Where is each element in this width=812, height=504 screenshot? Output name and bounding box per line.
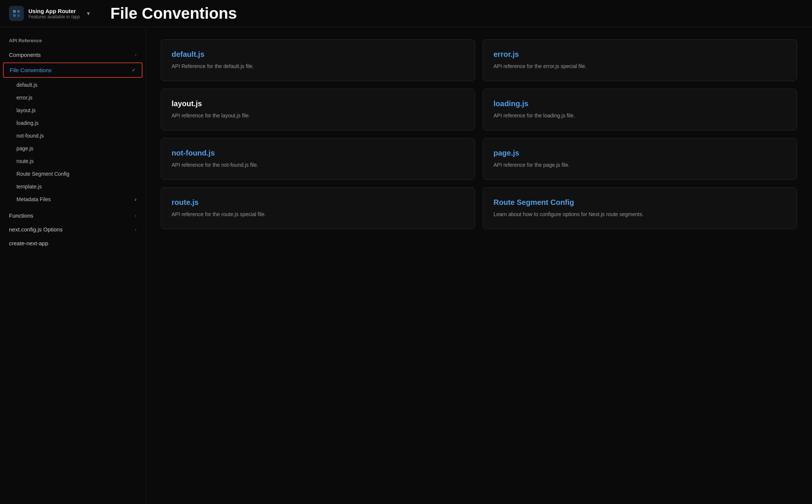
sidebar-sub-item-error-js[interactable]: error.js xyxy=(0,91,145,104)
card-loading-js[interactable]: loading.js API reference for the loading… xyxy=(483,89,797,130)
sidebar-sub-item-page-js[interactable]: page.js xyxy=(0,142,145,155)
card-desc-error-js: API reference for the error.js special f… xyxy=(493,62,786,70)
svg-rect-2 xyxy=(13,14,16,17)
sidebar-sub-item-metadata-files-label: Metadata Files xyxy=(16,196,51,202)
sidebar-item-functions-label: Functions xyxy=(9,212,33,219)
sidebar-sub-item-layout-js-label: layout.js xyxy=(16,107,36,113)
card-layout-js[interactable]: layout.js API reference for the layout.j… xyxy=(161,89,475,130)
card-desc-route-js: API reference for the route.js special f… xyxy=(172,210,464,218)
sidebar-sub-item-loading-js[interactable]: loading.js xyxy=(0,117,145,129)
sidebar-item-create-next-app-label: create-next-app xyxy=(9,240,48,246)
sidebar-sub-item-page-js-label: page.js xyxy=(16,145,33,151)
card-desc-page-js: API reference for the page.js file. xyxy=(493,161,786,169)
card-title-route-js: route.js xyxy=(172,198,464,207)
card-title-default-js: default.js xyxy=(172,50,464,59)
card-page-js[interactable]: page.js API reference for the page.js fi… xyxy=(483,138,797,180)
page-heading: File Conventions xyxy=(110,4,237,22)
chevron-icon: › xyxy=(135,52,136,58)
sidebar-sub-item-default-js[interactable]: default.js xyxy=(0,79,145,91)
sidebar-sub-item-route-js[interactable]: route.js xyxy=(0,155,145,168)
sidebar-sub-item-template-js[interactable]: template.js xyxy=(0,180,145,193)
sidebar-sub-item-layout-js[interactable]: layout.js xyxy=(0,104,145,117)
app-title: Using App Router xyxy=(28,8,80,14)
content-area: default.js API Reference for the default… xyxy=(146,27,812,504)
sidebar-item-components[interactable]: Components › xyxy=(0,48,145,62)
sidebar-item-file-conventions[interactable]: File Conventions ✓ xyxy=(3,62,142,78)
card-title-route-segment-config: Route Segment Config xyxy=(493,198,786,207)
sidebar-item-file-conventions-label: File Conventions xyxy=(10,67,52,73)
sidebar-item-next-config-label: next.config.js Options xyxy=(9,226,62,233)
sidebar-sub-item-loading-js-label: loading.js xyxy=(16,120,39,126)
card-title-not-found-js: not-found.js xyxy=(172,149,464,157)
app-dropdown-arrow[interactable]: ▼ xyxy=(86,10,91,16)
sidebar-item-next-config[interactable]: next.config.js Options › xyxy=(0,222,145,236)
sidebar-sub-item-default-js-label: default.js xyxy=(16,82,37,88)
sidebar-sub-item-route-segment-config[interactable]: Route Segment Config xyxy=(0,168,145,180)
card-route-js[interactable]: route.js API reference for the route.js … xyxy=(161,187,475,229)
sidebar-section-label: API Reference xyxy=(0,35,145,46)
card-default-js[interactable]: default.js API Reference for the default… xyxy=(161,39,475,81)
card-desc-route-segment-config: Learn about how to configure options for… xyxy=(493,210,786,218)
card-title-page-js: page.js xyxy=(493,149,786,157)
svg-rect-0 xyxy=(13,10,16,13)
top-header: Using App Router Features available in /… xyxy=(0,0,812,27)
cards-grid: default.js API Reference for the default… xyxy=(161,39,797,229)
sidebar-sub-item-route-segment-config-label: Route Segment Config xyxy=(16,171,70,177)
card-error-js[interactable]: error.js API reference for the error.js … xyxy=(483,39,797,81)
chevron-icon-next-config: › xyxy=(135,227,136,232)
card-desc-layout-js: API reference for the layout.js file. xyxy=(172,112,464,120)
card-title-error-js: error.js xyxy=(493,50,786,59)
card-title-loading-js: loading.js xyxy=(493,99,786,108)
card-title-layout-js: layout.js xyxy=(172,99,464,108)
sidebar-item-create-next-app[interactable]: create-next-app xyxy=(0,236,145,250)
sidebar-sub-item-error-js-label: error.js xyxy=(16,95,33,101)
chevron-icon-metadata: › xyxy=(135,196,136,202)
app-logo xyxy=(9,6,24,21)
app-subtitle: Features available in /app xyxy=(28,14,80,19)
svg-rect-1 xyxy=(17,10,20,13)
app-title-block: Using App Router Features available in /… xyxy=(28,8,80,19)
sidebar-sub-item-not-found-js[interactable]: not-found.js xyxy=(0,129,145,142)
card-desc-not-found-js: API reference for the not-found.js file. xyxy=(172,161,464,169)
sidebar-item-functions[interactable]: Functions › xyxy=(0,209,145,222)
sidebar: API Reference Components › File Conventi… xyxy=(0,27,146,504)
card-not-found-js[interactable]: not-found.js API reference for the not-f… xyxy=(161,138,475,180)
main-layout: API Reference Components › File Conventi… xyxy=(0,27,812,504)
sidebar-sub-item-template-js-label: template.js xyxy=(16,184,42,190)
svg-rect-3 xyxy=(17,14,20,17)
sidebar-item-components-label: Components xyxy=(9,52,41,58)
card-desc-loading-js: API reference for the loading.js file. xyxy=(493,112,786,120)
sidebar-sub-item-route-js-label: route.js xyxy=(16,158,34,164)
chevron-icon-functions: › xyxy=(135,213,136,218)
card-desc-default-js: API Reference for the default.js file. xyxy=(172,62,464,70)
sidebar-sub-item-not-found-js-label: not-found.js xyxy=(16,133,44,139)
card-route-segment-config[interactable]: Route Segment Config Learn about how to … xyxy=(483,187,797,229)
sidebar-sub-item-metadata-files[interactable]: Metadata Files › xyxy=(0,193,145,206)
checkmark-icon: ✓ xyxy=(132,67,136,73)
